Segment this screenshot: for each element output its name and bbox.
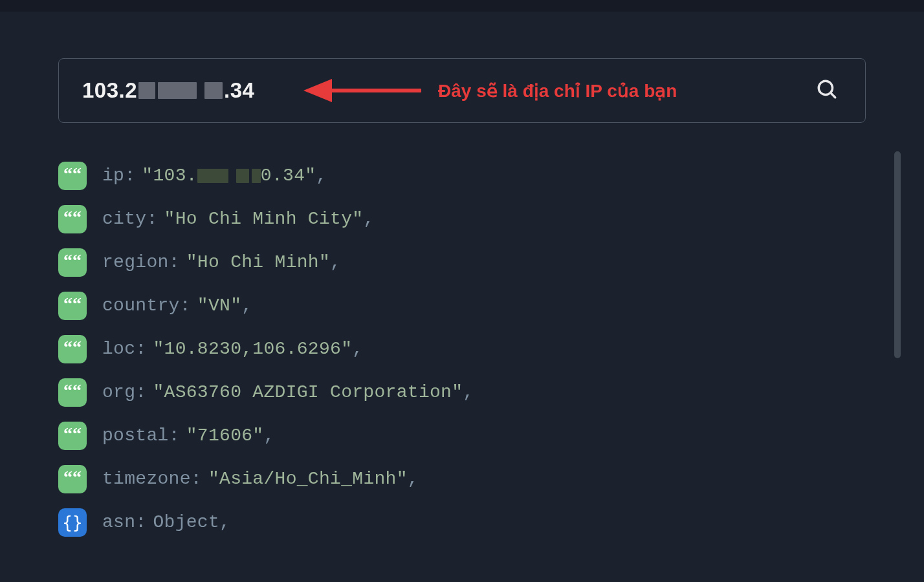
result-row[interactable]: ““ loc:"10.8230,106.6296", bbox=[58, 327, 866, 371]
kv-pair: country:"VN", bbox=[102, 296, 252, 316]
result-row[interactable]: ““ country:"VN", bbox=[58, 284, 866, 327]
result-row[interactable]: ““ postal:"71606", bbox=[58, 414, 866, 457]
annotation-text: Đây sẽ là địa chỉ IP của bạn bbox=[438, 80, 677, 102]
string-type-icon: ““ bbox=[58, 465, 87, 493]
value: "Ho Chi Minh" bbox=[186, 252, 330, 272]
object-type-icon: {} bbox=[58, 508, 87, 537]
key: ip bbox=[102, 166, 124, 186]
result-row[interactable]: {} asn:Object, bbox=[58, 501, 866, 544]
key: org bbox=[102, 382, 135, 402]
search-ip-mid: 2 bbox=[125, 78, 137, 103]
result-row[interactable]: ““ region:"Ho Chi Minh", bbox=[58, 241, 866, 284]
window-top-edge bbox=[0, 0, 924, 12]
kv-pair: region:"Ho Chi Minh", bbox=[102, 252, 341, 272]
key: loc bbox=[102, 339, 135, 359]
kv-pair: org:"AS63760 AZDIGI Corporation", bbox=[102, 382, 474, 402]
arrow-shaft bbox=[331, 89, 421, 92]
redaction-block bbox=[204, 82, 223, 99]
key: asn bbox=[102, 512, 135, 532]
redaction-block bbox=[158, 82, 197, 99]
search-ip-suffix: .34 bbox=[224, 78, 254, 103]
string-type-icon: ““ bbox=[58, 422, 87, 450]
result-row[interactable]: ““ ip: "103. 0.34", bbox=[58, 154, 866, 197]
scrollbar[interactable] bbox=[894, 151, 901, 358]
value: "Asia/Ho_Chi_Minh" bbox=[208, 469, 408, 489]
key: region bbox=[102, 252, 169, 272]
kv-pair: timezone:"Asia/Ho_Chi_Minh", bbox=[102, 469, 419, 489]
search-bar: 103.2.34 Đây sẽ là địa chỉ IP của bạn bbox=[58, 58, 866, 123]
search-ip-prefix: 103. bbox=[82, 78, 125, 103]
annotation-arrow: Đây sẽ là địa chỉ IP của bạn bbox=[303, 78, 677, 103]
search-icon[interactable] bbox=[816, 78, 838, 103]
value: "10.8230,106.6296" bbox=[153, 339, 352, 359]
string-type-icon: ““ bbox=[58, 205, 87, 233]
string-type-icon: ““ bbox=[58, 335, 87, 363]
redaction-block bbox=[138, 82, 155, 99]
string-type-icon: ““ bbox=[58, 378, 87, 407]
result-row[interactable]: ““ timezone:"Asia/Ho_Chi_Minh", bbox=[58, 457, 866, 501]
value: "Ho Chi Minh City" bbox=[164, 209, 364, 229]
key: timezone bbox=[102, 469, 191, 489]
string-type-icon: ““ bbox=[58, 162, 87, 190]
results-list: ““ ip: "103. 0.34", ““ city:"Ho Chi Minh… bbox=[58, 154, 866, 582]
result-row[interactable]: ““ org:"AS63760 AZDIGI Corporation", bbox=[58, 371, 866, 414]
key: postal bbox=[102, 426, 169, 446]
svg-line-2 bbox=[831, 93, 835, 98]
arrow-left-icon bbox=[303, 78, 332, 103]
string-type-icon: ““ bbox=[58, 292, 87, 320]
value: "VN" bbox=[197, 296, 241, 316]
value-suffix: 0.34" bbox=[261, 166, 316, 186]
key: country bbox=[102, 296, 180, 316]
kv-pair: ip: "103. 0.34", bbox=[102, 166, 327, 186]
kv-pair: postal:"71606", bbox=[102, 426, 275, 446]
value: "71606" bbox=[186, 426, 264, 446]
value: "AS63760 AZDIGI Corporation" bbox=[153, 382, 463, 402]
search-value[interactable]: 103.2.34 bbox=[82, 78, 254, 103]
redaction-block bbox=[197, 166, 261, 186]
value-prefix: "103. bbox=[142, 166, 197, 186]
string-type-icon: ““ bbox=[58, 248, 87, 277]
kv-pair: loc:"10.8230,106.6296", bbox=[102, 339, 363, 359]
kv-pair: asn:Object, bbox=[102, 512, 230, 532]
kv-pair: city:"Ho Chi Minh City", bbox=[102, 209, 375, 229]
value: Object bbox=[153, 512, 219, 532]
svg-marker-0 bbox=[303, 79, 332, 102]
result-row[interactable]: ““ city:"Ho Chi Minh City", bbox=[58, 197, 866, 241]
key: city bbox=[102, 209, 146, 229]
